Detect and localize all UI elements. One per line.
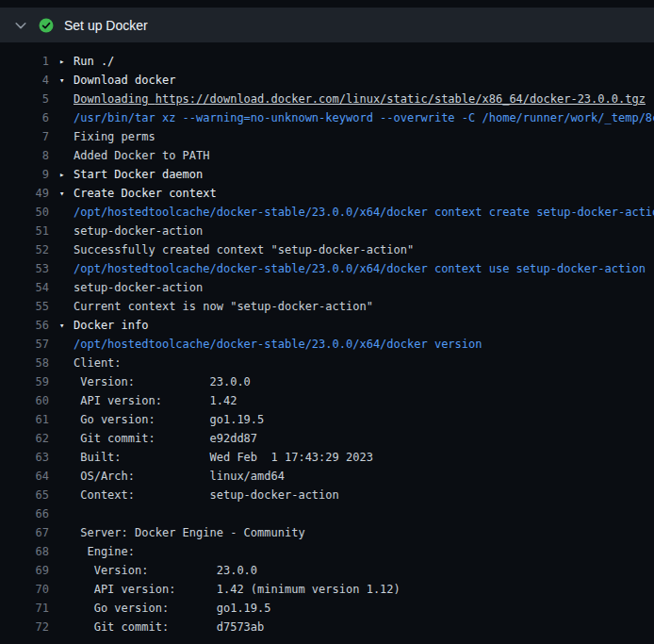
line-number[interactable]: 67 [8,523,49,542]
line-number[interactable]: 68 [8,542,49,561]
group-expanded-icon[interactable]: ▾ [59,71,64,90]
log-group-header[interactable]: ▾Create Docker context [49,184,654,203]
log-text: setup-docker-action [49,222,654,240]
log-text [49,504,654,523]
log-line: 6/usr/bin/tar xz --warning=no-unknown-ke… [8,108,654,127]
log-line: 9▸Start Docker daemon [8,165,654,184]
log-text: Built: Wed Feb 1 17:43:29 2023 [49,448,654,467]
line-number[interactable]: 4 [8,71,49,90]
group-collapsed-icon[interactable]: ▸ [59,165,64,184]
line-number[interactable]: 50 [8,203,49,222]
line-number[interactable]: 56 [8,316,49,335]
line-number[interactable]: 49 [8,184,49,203]
log-text: /opt/hostedtoolcache/docker-stable/23.0.… [49,335,654,354]
log-text: Server: Docker Engine - Community [49,523,654,542]
log-line: 5Downloading https://download.docker.com… [8,90,654,108]
line-number[interactable]: 72 [8,618,49,636]
log-line: 62 Git commit: e92dd87 [8,429,654,448]
log-text: OS/Arch: linux/amd64 [49,467,654,486]
line-number[interactable]: 62 [8,429,49,448]
log-group-header[interactable]: ▾Download docker [49,71,654,90]
line-number[interactable]: 58 [8,354,49,372]
log-line: 71 Go version: go1.19.5 [8,599,654,618]
log-line: 65 Context: setup-docker-action [8,486,654,504]
line-number[interactable]: 51 [8,222,49,240]
line-number[interactable]: 54 [8,278,49,297]
line-number[interactable]: 55 [8,297,49,316]
line-number[interactable]: 53 [8,259,49,278]
log-line: 55Current context is now "setup-docker-a… [8,297,654,316]
line-number[interactable]: 59 [8,372,49,391]
log-group-header[interactable]: ▸Start Docker daemon [49,165,654,184]
log-line: 66 [8,504,654,523]
log-line: 8Added Docker to PATH [8,146,654,165]
log-line: 7Fixing perms [8,127,654,146]
log-line: 64 OS/Arch: linux/amd64 [8,467,654,486]
log-text: setup-docker-action [49,278,654,297]
log-text: Successfully created context "setup-dock… [49,240,654,259]
log-line: 59 Version: 23.0.0 [8,372,654,391]
log-line: 70 API version: 1.42 (minimum version 1.… [8,580,654,599]
log-line: 58Client: [8,354,654,372]
group-expanded-icon[interactable]: ▾ [59,184,64,203]
line-number[interactable]: 6 [8,108,49,127]
chevron-down-icon[interactable] [13,18,28,33]
log-text: Client: [49,354,654,372]
log-text: Engine: [49,542,654,561]
log-line: 69 Version: 23.0.0 [8,561,654,580]
success-check-icon [39,18,54,33]
line-number[interactable]: 71 [8,599,49,618]
log-line: 57/opt/hostedtoolcache/docker-stable/23.… [8,335,654,354]
log-line: 68 Engine: [8,542,654,561]
group-collapsed-icon[interactable]: ▸ [59,52,64,71]
log-text: Downloading https://download.docker.com/… [49,90,654,108]
line-number[interactable]: 7 [8,127,49,146]
line-number[interactable]: 52 [8,240,49,259]
log-text: Go version: go1.19.5 [49,599,654,618]
line-number[interactable]: 1 [8,52,49,71]
log-line: 1▸Run ./ [8,52,654,71]
log-text: Git commit: d7573ab [49,618,654,636]
log-group-header[interactable]: ▸Run ./ [49,52,654,71]
log-text: Context: setup-docker-action [49,486,654,504]
line-number[interactable]: 70 [8,580,49,599]
line-number[interactable]: 64 [8,467,49,486]
log-lines: 1▸Run ./4▾Download docker5Downloading ht… [8,52,654,636]
log-text: API version: 1.42 (minimum version 1.12) [49,580,654,599]
line-number[interactable]: 9 [8,165,49,184]
line-number[interactable]: 5 [8,90,49,108]
log-line: 63 Built: Wed Feb 1 17:43:29 2023 [8,448,654,467]
step-title: Set up Docker [64,18,148,33]
log-text: /opt/hostedtoolcache/docker-stable/23.0.… [49,259,654,278]
line-number[interactable]: 69 [8,561,49,580]
download-url-link[interactable]: https://download.docker.com/linux/static… [155,92,646,106]
log-line: 54setup-docker-action [8,278,654,297]
log-text: Current context is now "setup-docker-act… [49,297,654,316]
log-line: 61 Go version: go1.19.5 [8,410,654,429]
log-text: Git commit: e92dd87 [49,429,654,448]
group-expanded-icon[interactable]: ▾ [59,316,64,335]
log-text: API version: 1.42 [49,391,654,410]
log-line: 67 Server: Docker Engine - Community [8,523,654,542]
log-text: Version: 23.0.0 [49,372,654,391]
step-header[interactable]: Set up Docker [0,8,654,42]
line-number[interactable]: 66 [8,504,49,523]
log-text: /opt/hostedtoolcache/docker-stable/23.0.… [49,203,654,222]
log-group-header[interactable]: ▾Docker info [49,316,654,335]
log-line: 51setup-docker-action [8,222,654,240]
line-number[interactable]: 60 [8,391,49,410]
log-line: 50/opt/hostedtoolcache/docker-stable/23.… [8,203,654,222]
line-number[interactable]: 63 [8,448,49,467]
log-line: 60 API version: 1.42 [8,391,654,410]
log-text: Fixing perms [49,127,654,146]
log-line: 52Successfully created context "setup-do… [8,240,654,259]
line-number[interactable]: 61 [8,410,49,429]
log-line: 49▾Create Docker context [8,184,654,203]
log-text: /usr/bin/tar xz --warning=no-unknown-key… [49,108,654,127]
line-number[interactable]: 57 [8,335,49,354]
line-number[interactable]: 8 [8,146,49,165]
line-number[interactable]: 65 [8,486,49,504]
log-container: 1▸Run ./4▾Download docker5Downloading ht… [0,42,654,636]
log-line: 4▾Download docker [8,71,654,90]
log-text: Version: 23.0.0 [49,561,654,580]
